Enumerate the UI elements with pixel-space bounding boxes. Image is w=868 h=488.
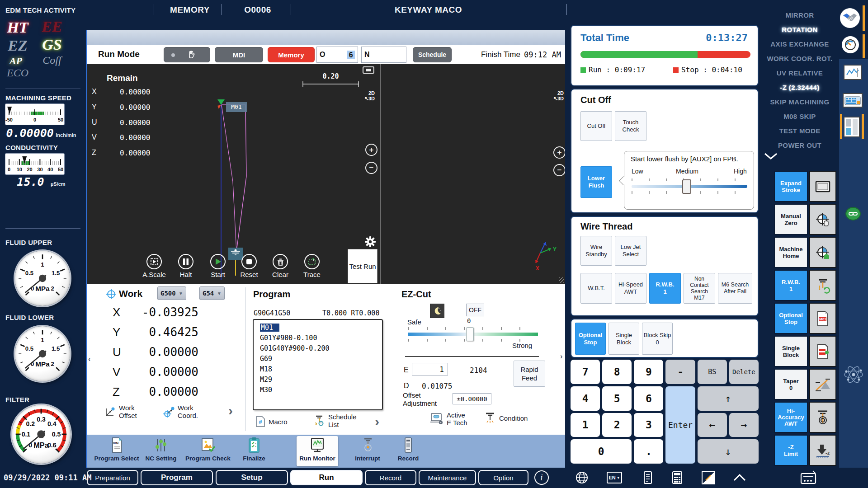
key-minus[interactable]: - [665,360,695,384]
mode-work-coor-rot[interactable]: WORK COOR. ROT. [762,52,837,66]
n-number-field[interactable]: N [361,47,406,63]
active-etech-button[interactable]: Active E Tech [430,411,467,427]
language-button[interactable]: EN▼ [607,472,622,483]
memory-button[interactable]: Memory [268,47,315,62]
program-more-arrow[interactable]: › [375,414,379,429]
work-coord-select-2[interactable]: G54▼ [199,286,225,300]
rwb-button[interactable]: R.W.B. 1 [649,273,681,304]
halt-button[interactable]: Halt [170,254,202,278]
key-4[interactable]: 4 [571,386,600,411]
ezcut-slider-handle[interactable] [466,327,474,341]
non-contact-search-button[interactable]: Non Contact Search M17 [684,273,715,304]
mode-power-out[interactable]: POWER OUT [762,138,837,153]
clear-button[interactable]: Clear [264,254,296,278]
key-enter[interactable]: Enter [665,386,695,464]
cut-off-button[interactable]: Cut Off [580,111,612,141]
program-line[interactable]: G69 [260,354,382,364]
key-backspace[interactable]: BS [698,360,727,384]
key-7[interactable]: 7 [571,360,600,384]
work-more-arrow[interactable]: › [228,403,233,418]
handshake-badge[interactable] [840,8,860,28]
key-2[interactable]: 2 [602,413,632,437]
view-2d3d-toggle[interactable]: 2D ↖3D [359,90,375,101]
work-coord-select-1[interactable]: G500▼ [157,286,186,300]
remote-pendant-icon[interactable] [799,470,817,485]
tab-record[interactable]: Record [365,470,416,485]
program-line[interactable]: G01Y#900-0.100 [260,333,382,343]
offset-adjustment-field[interactable]: ±0.00000 [453,393,491,404]
tab-setup[interactable]: Setup [216,470,288,485]
graphics-viewport[interactable]: Y X Remain X 0.00000 Y 0.00000 U 0.00000… [86,64,565,284]
auto-scale-button[interactable]: A.Scale [138,254,170,278]
block-skip-button[interactable]: Block Skip 0 [642,323,673,355]
wbt-button[interactable]: W.B.T. [580,273,612,304]
optional-stop-button[interactable]: Optional Stop [575,323,606,355]
macro-button[interactable]: # Macro [255,416,288,427]
key-delete[interactable]: Delete [729,360,759,384]
key-0[interactable]: 0 [571,439,632,464]
scroll-right-arrow[interactable]: › [560,352,562,361]
work-offset-button[interactable]: Work Offset [104,404,137,419]
zoom-in-button[interactable]: + [365,144,377,156]
key-5[interactable]: 5 [602,386,632,411]
ezcut-off-button[interactable]: OFF [466,304,484,316]
key-8[interactable]: 8 [602,360,632,384]
reset-button[interactable]: Reset [233,254,265,278]
mode-rotation[interactable]: ROTATION [762,23,837,37]
tab-program[interactable]: Program [141,470,213,485]
nav-item-record[interactable]: Record [388,437,429,462]
single-block-button[interactable]: Single Block [609,323,639,355]
mode-m08-skip[interactable]: M08 SKIP [762,109,837,124]
chart-tool-button[interactable] [844,65,862,80]
keyboard-tool-button[interactable] [843,93,863,108]
key-left[interactable]: ← [698,413,727,437]
schedule-list-button[interactable]: Schedule List [313,413,357,428]
key-1[interactable]: 1 [571,413,600,437]
document-list-icon[interactable] [643,471,653,484]
key-right[interactable]: → [729,413,759,437]
machine-home-row[interactable]: Machine Home [774,237,836,268]
rwb-row[interactable]: R.W.B. 1 ! [774,270,836,301]
key-3[interactable]: 3 [634,413,663,437]
key-6[interactable]: 6 [634,386,663,411]
single-block-row[interactable]: Single Block [774,336,836,367]
mode-mirror[interactable]: MIRROR [762,8,837,23]
nav-item-program-check[interactable]: Program Check [183,437,233,462]
zoom-out-button[interactable]: − [553,164,565,176]
program-code-box[interactable]: M01 G01Y#900-0.100 G01G40Y#900-0.200 G69… [253,319,383,410]
resize-handle[interactable] [559,277,564,283]
program-line[interactable]: M29 [260,375,382,385]
settings-gear-icon[interactable] [364,236,376,248]
view-2d3d-toggle[interactable]: 2D ↖3D [547,90,564,101]
mode-skip-machining[interactable]: SKIP MACHINING [762,95,837,109]
program-line-selected[interactable]: M01 [260,324,279,332]
key-dot[interactable]: . [634,439,663,464]
wire-standby-button[interactable]: Wire Standby [580,236,612,266]
display-contrast-button[interactable] [702,471,715,484]
tab-option[interactable]: Option [478,470,528,485]
z-limit-row[interactable]: -Z Limit -z [774,435,836,466]
info-button[interactable]: i [534,470,549,485]
nav-item-nc-setting[interactable]: NC Setting [141,437,181,462]
program-line[interactable]: M18 [260,364,382,375]
key-up[interactable]: ↑ [698,386,759,411]
mode-test-mode[interactable]: TEST MODE [762,124,837,138]
mode-z-value[interactable]: -Z (2.32444) [762,80,837,95]
modes-collapse-chevron-icon[interactable] [764,153,778,160]
nav-item-interrupt[interactable]: Interrupt [347,437,388,462]
collapse-chevron-icon[interactable] [733,474,746,481]
mode-uv-relative[interactable]: UV RELATIVE [762,66,837,80]
m6-search-button[interactable]: M6 Search After Fail [718,273,752,304]
nav-item-run-monitor[interactable]: Run Monitor [293,437,342,462]
rapid-feed-button[interactable]: Rapid Feed [514,361,545,387]
globe-icon[interactable] [575,471,589,484]
condition-button[interactable]: Condition [484,411,528,425]
low-jet-select-button[interactable]: Low Jet Select [615,236,646,266]
zoom-out-button[interactable]: − [365,162,377,174]
tab-run[interactable]: Run [290,470,363,485]
hi-speed-awt-button[interactable]: Hi-Speed AWT [615,273,646,304]
scroll-left-arrow[interactable]: ‹ [88,355,90,363]
hi-accuracy-awt-row[interactable]: Hi- Accuracy AWT [774,402,836,433]
lower-flush-slider-handle[interactable] [682,179,691,194]
schedule-button[interactable]: Schedule [413,47,452,62]
